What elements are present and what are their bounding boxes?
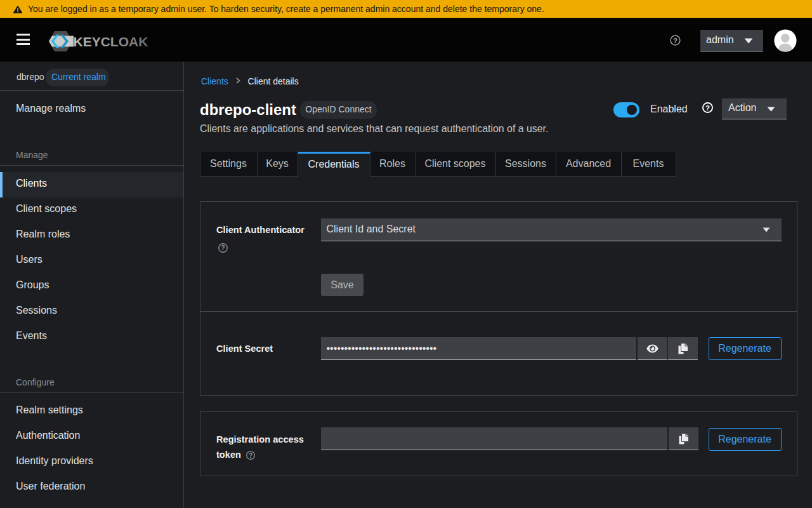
svg-text:KEYCLOAK: KEYCLOAK bbox=[74, 34, 148, 49]
svg-text:?: ? bbox=[673, 37, 678, 44]
svg-text:?: ? bbox=[248, 452, 252, 459]
svg-text:?: ? bbox=[221, 244, 225, 251]
svg-text:?: ? bbox=[705, 104, 710, 111]
